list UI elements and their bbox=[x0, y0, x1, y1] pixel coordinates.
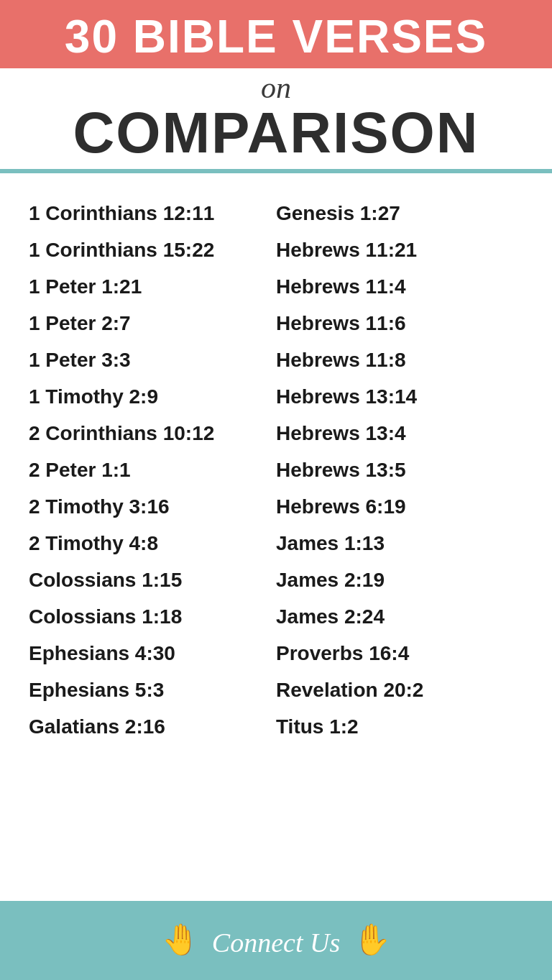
left-verse-item: 1 Peter 3:3 bbox=[29, 342, 276, 378]
left-verse-item: 1 Corinthians 15:22 bbox=[29, 232, 276, 268]
left-verse-item: Colossians 1:18 bbox=[29, 598, 276, 635]
left-column: 1 Corinthians 12:111 Corinthians 15:221 … bbox=[29, 195, 276, 745]
left-verse-item: 1 Peter 2:7 bbox=[29, 305, 276, 342]
header-pink-band: 30 BIBLE VERSES bbox=[0, 0, 552, 68]
left-verse-item: Colossians 1:15 bbox=[29, 562, 276, 598]
right-verse-item: Hebrews 6:19 bbox=[276, 488, 523, 525]
right-verse-item: Hebrews 11:4 bbox=[276, 268, 523, 305]
right-verse-item: Revelation 20:2 bbox=[276, 672, 523, 708]
right-verse-item: Hebrews 13:14 bbox=[276, 378, 523, 415]
right-verse-item: Titus 1:2 bbox=[276, 708, 523, 745]
main-title: COMPARISON bbox=[14, 104, 538, 162]
footer-text: Connect Us bbox=[212, 927, 340, 958]
left-verse-item: 1 Peter 1:21 bbox=[29, 268, 276, 305]
on-label: on bbox=[14, 71, 538, 104]
right-verse-item: Proverbs 16:4 bbox=[276, 635, 523, 672]
right-verse-item: Hebrews 11:6 bbox=[276, 305, 523, 342]
left-verse-item: 2 Timothy 4:8 bbox=[29, 525, 276, 562]
left-verse-item: 1 Timothy 2:9 bbox=[29, 378, 276, 415]
svg-text:🤚: 🤚 bbox=[354, 922, 390, 957]
right-verse-item: James 2:19 bbox=[276, 562, 523, 598]
right-hand-icon: 🤚 bbox=[354, 921, 390, 964]
left-verse-item: 1 Corinthians 12:11 bbox=[29, 195, 276, 232]
right-verse-item: Hebrews 13:4 bbox=[276, 415, 523, 452]
right-column: Genesis 1:27Hebrews 11:21Hebrews 11:4Heb… bbox=[276, 195, 523, 745]
left-verse-item: Ephesians 4:30 bbox=[29, 635, 276, 672]
left-verse-item: 2 Timothy 3:16 bbox=[29, 488, 276, 525]
right-verse-item: James 2:24 bbox=[276, 598, 523, 635]
svg-text:🤚: 🤚 bbox=[162, 922, 198, 957]
right-verse-item: Hebrews 11:21 bbox=[276, 232, 523, 268]
right-verse-item: Hebrews 13:5 bbox=[276, 452, 523, 488]
right-verse-item: James 1:13 bbox=[276, 525, 523, 562]
right-verse-item: Hebrews 11:8 bbox=[276, 342, 523, 378]
left-verse-item: Ephesians 5:3 bbox=[29, 672, 276, 708]
right-verse-item: Genesis 1:27 bbox=[276, 195, 523, 232]
verse-grid: 1 Corinthians 12:111 Corinthians 15:221 … bbox=[29, 195, 523, 745]
left-hand-icon: 🤚 bbox=[162, 921, 198, 964]
left-verse-item: 2 Peter 1:1 bbox=[29, 452, 276, 488]
footer: 🤚 Connect Us 🤚 bbox=[0, 905, 552, 980]
left-verse-item: 2 Corinthians 10:12 bbox=[29, 415, 276, 452]
main-content: 1 Corinthians 12:111 Corinthians 15:221 … bbox=[0, 173, 552, 901]
header-top-line: 30 BIBLE VERSES bbox=[14, 13, 538, 61]
header-white-band: on COMPARISON bbox=[0, 68, 552, 169]
left-verse-item: Galatians 2:16 bbox=[29, 708, 276, 745]
